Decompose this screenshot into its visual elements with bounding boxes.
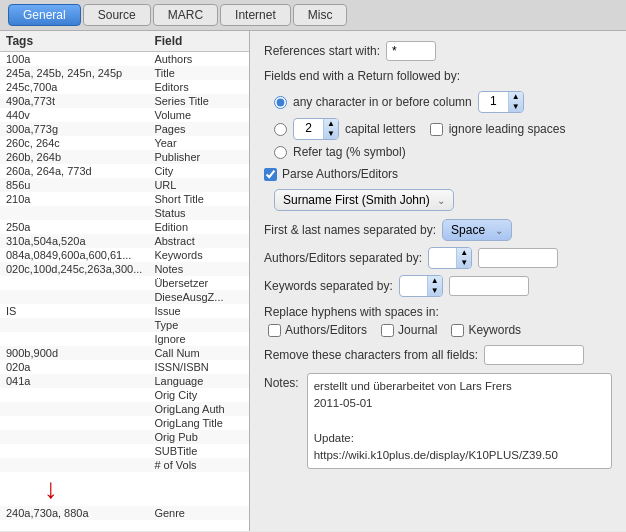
radio-capital[interactable] <box>274 123 287 136</box>
table-row: 260b, 264bPublisher <box>0 150 249 164</box>
ignore-leading-spaces-checkbox[interactable] <box>430 123 443 136</box>
table-row: 900b,900dCall Num <box>0 346 249 360</box>
table-row: 100aAuthors <box>0 52 249 67</box>
keywords-separated-stepper[interactable]: ▲ ▼ <box>399 275 443 297</box>
tag-cell <box>0 206 148 220</box>
col-header-field: Field <box>148 31 249 52</box>
table-row: 260a, 264a, 773dCity <box>0 164 249 178</box>
keywords-separated-stepper-val <box>400 276 427 296</box>
surname-first-dropdown[interactable]: Surname First (Smith John) ⌄ <box>274 189 454 211</box>
tab-internet[interactable]: Internet <box>220 4 291 26</box>
table-row: 310a,504a,520aAbstract <box>0 234 249 248</box>
replace-hyphens-label: Replace hyphens with spaces in: <box>264 305 439 319</box>
tag-cell <box>0 388 148 402</box>
tab-misc[interactable]: Misc <box>293 4 348 26</box>
journal-checkbox[interactable] <box>381 324 394 337</box>
first-last-dropdown[interactable]: Space ⌄ <box>442 219 512 241</box>
field-cell: OrigLang Title <box>148 416 249 430</box>
tag-cell <box>0 430 148 444</box>
table-row: Übersetzer <box>0 276 249 290</box>
field-cell: Keywords <box>148 248 249 262</box>
replace-hyphens-checkboxes: Authors/Editors Journal Keywords <box>268 323 612 337</box>
table-row: 440vVolume <box>0 108 249 122</box>
table-row: 245c,700aEditors <box>0 80 249 94</box>
field-cell: Year <box>148 136 249 150</box>
parse-authors-row: Parse Authors/Editors <box>264 167 612 181</box>
main-container: Tags Field 100aAuthors245a, 245b, 245n, … <box>0 31 626 531</box>
field-cell: Series Title <box>148 94 249 108</box>
tab-source[interactable]: Source <box>83 4 151 26</box>
authors-separated-stepper-down[interactable]: ▼ <box>457 258 471 268</box>
table-row: 250aEdition <box>0 220 249 234</box>
keywords-separated-stepper-buttons: ▲ ▼ <box>427 276 442 296</box>
table-row: 300a,773gPages <box>0 122 249 136</box>
authors-separated-stepper-val <box>429 248 456 268</box>
table-row: 240a,730a, 880aGenre <box>0 506 249 520</box>
tag-cell: IS <box>0 304 148 318</box>
table-row: 084a,0849,600a,600,61...Keywords <box>0 248 249 262</box>
field-cell: City <box>148 164 249 178</box>
tag-cell: 856u <box>0 178 148 192</box>
tag-cell: 260c, 264c <box>0 136 148 150</box>
authors-separated-input[interactable] <box>478 248 558 268</box>
tab-marc[interactable]: MARC <box>153 4 218 26</box>
capital-stepper[interactable]: 2 ▲ ▼ <box>293 118 339 140</box>
references-start-row: References start with: <box>264 41 612 61</box>
field-cell: Pages <box>148 122 249 136</box>
field-cell: Edition <box>148 220 249 234</box>
table-row: SUBTitle <box>0 444 249 458</box>
tag-cell <box>0 458 148 472</box>
radio-refer-tag-row: Refer tag (% symbol) <box>274 145 612 159</box>
fields-end-row: Fields end with a Return followed by: <box>264 69 612 83</box>
keywords-separated-stepper-down[interactable]: ▼ <box>428 286 442 296</box>
authors-separated-stepper-buttons: ▲ ▼ <box>456 248 471 268</box>
remove-chars-label: Remove these characters from all fields: <box>264 348 478 362</box>
tags-field-table: Tags Field 100aAuthors245a, 245b, 245n, … <box>0 31 249 520</box>
field-cell: ISSN/ISBN <box>148 360 249 374</box>
field-cell: Status <box>148 206 249 220</box>
arrow-cell: ↓ <box>0 472 249 506</box>
any-char-stepper[interactable]: 1 ▲ ▼ <box>478 91 524 113</box>
capital-stepper-down[interactable]: ▼ <box>324 129 338 139</box>
any-char-stepper-buttons: ▲ ▼ <box>508 92 523 112</box>
references-start-input[interactable] <box>386 41 436 61</box>
any-char-stepper-up[interactable]: ▲ <box>509 92 523 102</box>
notes-section: Notes: erstellt und überarbeitet von Lar… <box>264 373 612 469</box>
authors-editors-checkbox-item: Authors/Editors <box>268 323 367 337</box>
field-cell: Genre <box>148 506 249 520</box>
right-panel: References start with: Fields end with a… <box>250 31 626 531</box>
keywords-separated-stepper-up[interactable]: ▲ <box>428 276 442 286</box>
capital-label: capital letters <box>345 122 416 136</box>
keywords-separated-input[interactable] <box>449 276 529 296</box>
keywords-checkbox[interactable] <box>451 324 464 337</box>
radio-refer-tag[interactable] <box>274 146 287 159</box>
remove-chars-input[interactable] <box>484 345 584 365</box>
radio-any-char[interactable] <box>274 96 287 109</box>
ignore-leading-spaces-label: ignore leading spaces <box>449 122 566 136</box>
tag-cell <box>0 444 148 458</box>
tag-cell <box>0 416 148 430</box>
notes-content: erstellt und überarbeitet von Lars Frers… <box>314 378 605 464</box>
tag-cell: 100a <box>0 52 148 67</box>
capital-stepper-up[interactable]: ▲ <box>324 119 338 129</box>
tab-general[interactable]: General <box>8 4 81 26</box>
authors-separated-stepper[interactable]: ▲ ▼ <box>428 247 472 269</box>
field-cell: # of Vols <box>148 458 249 472</box>
notes-text-area[interactable]: erstellt und überarbeitet von Lars Frers… <box>307 373 612 469</box>
field-cell: Language <box>148 374 249 388</box>
table-row: Status <box>0 206 249 220</box>
radio-capital-row: 2 ▲ ▼ capital letters ignore leading spa… <box>274 118 612 140</box>
tag-cell <box>0 290 148 304</box>
authors-editors-checkbox[interactable] <box>268 324 281 337</box>
tag-cell: 260a, 264a, 773d <box>0 164 148 178</box>
table-row: 020aISSN/ISBN <box>0 360 249 374</box>
parse-authors-checkbox[interactable] <box>264 168 277 181</box>
tag-cell <box>0 332 148 346</box>
tag-cell: 020a <box>0 360 148 374</box>
tag-cell: 020c,100d,245c,263a,300... <box>0 262 148 276</box>
any-char-stepper-down[interactable]: ▼ <box>509 102 523 112</box>
first-last-label: First & last names separated by: <box>264 223 436 237</box>
keywords-separated-label: Keywords separated by: <box>264 279 393 293</box>
tag-cell: 310a,504a,520a <box>0 234 148 248</box>
authors-separated-stepper-up[interactable]: ▲ <box>457 248 471 258</box>
